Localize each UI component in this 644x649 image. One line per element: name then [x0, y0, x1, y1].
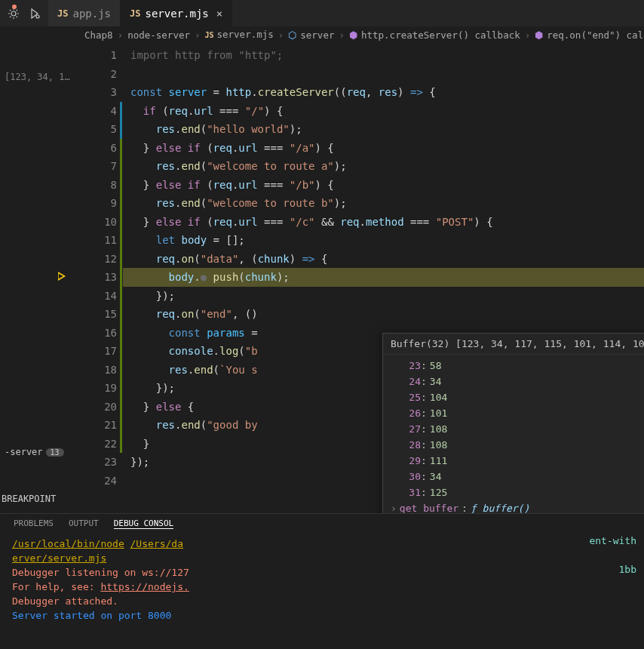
line-number[interactable]: 14 — [87, 287, 117, 306]
code-line[interactable]: } else if (req.url === "/b") { — [123, 176, 644, 195]
line-number[interactable]: 18 — [87, 361, 117, 380]
debug-console-output[interactable]: ent-with 1bb /usr/local/bin/node /Users/… — [0, 534, 644, 649]
line-number[interactable]: 5 — [87, 120, 117, 139]
line-number[interactable]: 15 — [87, 305, 117, 324]
line-number[interactable]: 20 — [87, 398, 117, 417]
code-line[interactable]: body.● push(chunk); — [123, 268, 644, 287]
panel-tab-debug-consol[interactable]: DEBUG CONSOL — [114, 518, 173, 529]
breadcrumb-item[interactable]: ⬢req.on("end") call — [535, 29, 644, 41]
line-number[interactable]: 24 — [87, 472, 117, 491]
code-line[interactable]: res.end("welcome to route a"); — [123, 157, 644, 176]
code-line[interactable]: import http from "http"; — [123, 46, 644, 65]
line-number[interactable]: 17 — [87, 342, 117, 361]
hover-array-entry[interactable]: 23: 58 — [391, 358, 644, 374]
line-number[interactable]: 6 — [87, 139, 117, 158]
panel-tabs: PROBLEMSOUTPUTDEBUG CONSOL — [0, 514, 644, 534]
code-line[interactable]: const server = http.createServer((req, r… — [123, 83, 644, 102]
console-right-1: ent-with — [589, 534, 636, 548]
breadcrumb-item[interactable]: ⬡server — [288, 29, 334, 41]
hover-array-entry[interactable]: 29: 111 — [391, 453, 644, 469]
hover-array-entry[interactable]: 28: 108 — [391, 437, 644, 453]
line-number[interactable]: 3 — [87, 83, 117, 102]
panel-tab-output[interactable]: OUTPUT — [69, 518, 99, 529]
bottom-panel: PROBLEMSOUTPUTDEBUG CONSOL ent-with 1bb … — [0, 513, 644, 649]
tab-app-js[interactable]: JSapp.js — [48, 0, 121, 26]
line-number[interactable]: 23 — [87, 453, 117, 472]
console-right-2: 1bb — [619, 562, 636, 577]
line-number[interactable]: 21 — [87, 416, 117, 435]
breadcrumbs[interactable]: Chap8›node-server›JSserver.mjs›⬡server›⬢… — [0, 26, 644, 43]
sidebar-breakpoints-section[interactable]: BREAKPOINT — [0, 491, 62, 513]
js-file-icon: JS — [205, 31, 216, 42]
method-icon: ⬢ — [349, 29, 360, 40]
hover-array-entry[interactable]: 31: 125 — [391, 484, 644, 500]
line-number[interactable]: 2 — [87, 65, 117, 84]
sidebar-server-item[interactable]: -server 13 — [0, 445, 69, 459]
line-number[interactable]: 11 — [87, 231, 117, 250]
panel-tab-problems[interactable]: PROBLEMS — [14, 518, 54, 529]
code-line[interactable]: if (req.url === "/") { — [123, 102, 644, 121]
code-line[interactable]: let body = []; — [123, 231, 644, 250]
line-number[interactable]: 19 — [87, 379, 117, 398]
line-number[interactable]: 9 — [87, 194, 117, 213]
console-line: erver/server.mjs — [12, 551, 632, 565]
js-icon: JS — [130, 8, 140, 19]
side-value: [123, 34, 1… — [3, 70, 84, 84]
hover-array-entry[interactable]: 24: 34 — [391, 374, 644, 389]
hover-array-entry[interactable]: 27: 108 — [391, 421, 644, 437]
line-number[interactable]: 1 — [87, 46, 117, 65]
code-line[interactable]: } else if (req.url === "/a") { — [123, 139, 644, 158]
svg-point-0 — [11, 11, 16, 16]
breadcrumb-item[interactable]: ⬢http.createServer() callback — [349, 29, 520, 41]
badge: 13 — [46, 448, 64, 457]
hover-array-entry[interactable]: 26: 101 — [391, 405, 644, 421]
breadcrumb-item[interactable]: node-server — [127, 29, 190, 41]
code-line[interactable]: res.end("hello world"); — [123, 120, 644, 139]
hover-header: Buffer(32) [123, 34, 117, 115, 101, 114,… — [383, 334, 644, 355]
line-number[interactable]: 4 — [87, 102, 117, 121]
line-number[interactable]: 10 — [87, 213, 117, 232]
console-line: For help, see: https://nodejs. — [12, 580, 632, 594]
code-line[interactable]: }); — [123, 287, 644, 306]
tab-bar: JSapp.jsJSserver.mjs× — [0, 0, 644, 26]
console-line: Debugger attached. — [12, 594, 632, 608]
breadcrumb-item[interactable]: Chap8 — [84, 29, 113, 41]
hover-property[interactable]: › get buffer: ƒ buffer() — [391, 500, 644, 513]
line-number[interactable]: 7 — [87, 157, 117, 176]
hover-array-entry[interactable]: 30: 34 — [391, 469, 644, 484]
line-number[interactable]: 13 — [87, 268, 117, 287]
variable-icon: ⬡ — [288, 29, 299, 40]
method-icon: ⬢ — [535, 29, 545, 40]
code-line[interactable]: req.on("end", () — [123, 305, 644, 324]
code-line[interactable]: req.on("data", (chunk) => { — [123, 250, 644, 269]
line-number[interactable]: 16 — [87, 324, 117, 343]
run-icon[interactable] — [27, 6, 42, 21]
code-line[interactable]: } else if (req.url === "/c" && req.metho… — [123, 213, 644, 232]
debug-hover-popup[interactable]: Buffer(32) [123, 34, 117, 115, 101, 114,… — [382, 333, 644, 513]
line-number[interactable]: 12 — [87, 250, 117, 269]
sidebar: [123, 34, 1… -server 13 BREAKPOINT — [0, 43, 87, 513]
hover-array-entry[interactable]: 25: 104 — [391, 389, 644, 405]
js-icon: JS — [57, 8, 68, 19]
code-line[interactable] — [123, 65, 644, 84]
close-icon[interactable]: × — [216, 8, 222, 20]
editor[interactable]: 123456789101112131415161718192021222324 … — [87, 43, 644, 513]
line-number[interactable]: 22 — [87, 435, 117, 454]
console-line: Debugger listening on ws://127 — [12, 565, 632, 580]
svg-point-1 — [36, 15, 39, 18]
console-line: Server started on port 8000 — [12, 608, 632, 623]
console-line: /usr/local/bin/node /Users/da — [12, 537, 632, 551]
breadcrumb-item[interactable]: JSserver.mjs — [205, 29, 274, 42]
manage-icon[interactable] — [6, 6, 21, 21]
code-line[interactable]: res.end("welcome to route b"); — [123, 194, 644, 213]
tab-server-mjs[interactable]: JSserver.mjs× — [121, 0, 232, 26]
chevron-right-icon: › — [391, 500, 397, 513]
line-number[interactable]: 8 — [87, 176, 117, 195]
